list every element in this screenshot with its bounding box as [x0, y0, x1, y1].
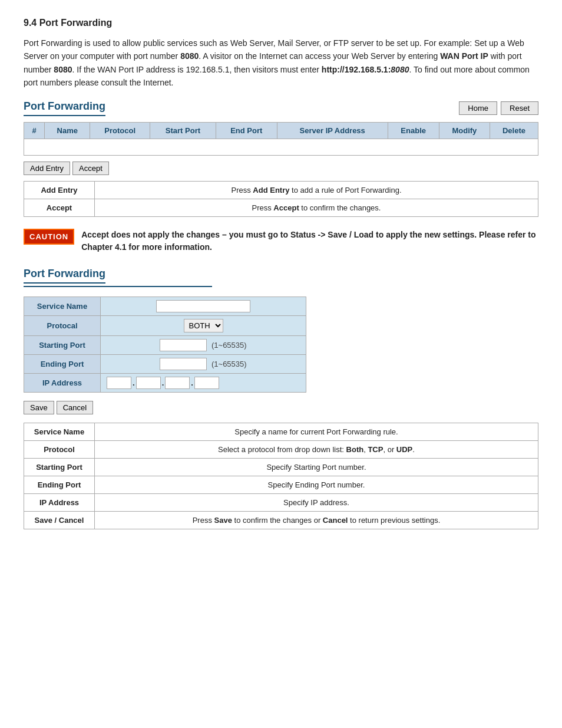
header-buttons: Home Reset: [459, 101, 538, 115]
port-forwarding-form: Service Name Protocal BOTH TCP UDP Start…: [24, 297, 538, 393]
desc2-label-ip-address: IP Address: [24, 493, 95, 511]
desc-label-add-entry: Add Entry: [24, 181, 95, 199]
intro-paragraph: Port Forwarding is used to allow public …: [24, 37, 538, 90]
desc-table-2: Service Name Specify a name for current …: [24, 423, 538, 529]
ip-octet-4[interactable]: [194, 377, 219, 389]
bold-url: http://192.168.5.1:8080: [322, 65, 409, 74]
reset-button[interactable]: Reset: [501, 101, 538, 115]
service-name-input[interactable]: [156, 300, 250, 312]
desc-table-1: Add Entry Press Add Entry to add a rule …: [24, 181, 538, 217]
desc-row-add-entry: Add Entry Press Add Entry to add a rule …: [24, 181, 538, 199]
caution-text: Accept does not apply the changes – you …: [81, 229, 538, 253]
col-server-ip: Server IP Address: [277, 122, 388, 139]
accept-button[interactable]: Accept: [72, 162, 109, 175]
ip-inputs: . . .: [107, 377, 300, 389]
port-forwarding-panel: Port Forwarding Home Reset # Name Protoc…: [24, 100, 538, 175]
protocol-select[interactable]: BOTH TCP UDP: [184, 319, 223, 332]
save-button[interactable]: Save: [24, 401, 54, 414]
starting-port-input[interactable]: [160, 339, 207, 351]
forwarding-table: # Name Protocol Start Port End Port Serv…: [24, 122, 538, 156]
desc2-row-service-name: Service Name Specify a name for current …: [24, 423, 538, 440]
form-section-header: Port Forwarding: [24, 268, 538, 287]
col-end-port: End Port: [216, 122, 277, 139]
bold-8080-1: 8080: [180, 51, 199, 61]
desc2-value-ip-address: Specify IP address.: [95, 493, 538, 511]
form-label-ending-port: Ending Port: [24, 354, 101, 373]
col-start-port: Start Port: [150, 122, 216, 139]
section-title: 9.4 Port Forwarding: [24, 18, 538, 28]
desc2-row-protocol: Protocol Select a protocol from drop dow…: [24, 440, 538, 458]
desc2-value-ending-port: Specify Ending Port number.: [95, 476, 538, 493]
desc2-value-starting-port: Specify Starting Port number.: [95, 458, 538, 476]
form-cell-protocol: BOTH TCP UDP: [101, 315, 306, 335]
action-buttons: Add Entry Accept: [24, 162, 538, 175]
bold-wan: WAN Port IP: [440, 51, 488, 61]
form-cell-ending-port: (1~65535): [101, 354, 306, 373]
desc2-row-starting-port: Starting Port Specify Starting Port numb…: [24, 458, 538, 476]
ip-octet-3[interactable]: [165, 377, 190, 389]
desc2-label-service-name: Service Name: [24, 423, 95, 440]
ending-port-input[interactable]: [160, 358, 207, 370]
form-label-ip-address: IP Address: [24, 373, 101, 392]
form-row-ip-address: IP Address . . .: [24, 373, 306, 392]
caution-badge: CAUTION: [24, 229, 74, 245]
intro-text-4: . If the WAN Port IP address is 192.168.…: [72, 65, 322, 74]
col-delete: Delete: [490, 122, 538, 139]
desc2-label-protocol: Protocol: [24, 440, 95, 458]
intro-text-2: . A visitor on the Internet can access y…: [199, 51, 440, 61]
ip-octet-1[interactable]: [107, 377, 131, 389]
desc2-value-service-name: Specify a name for current Port Forwardi…: [95, 423, 538, 440]
bold-8080-2: 8080: [54, 65, 72, 74]
desc2-value-save-cancel: Press Save to confirm the changes or Can…: [95, 511, 538, 529]
form-label-service-name: Service Name: [24, 297, 101, 315]
col-modify: Modify: [439, 122, 490, 139]
desc2-label-save-cancel: Save / Cancel: [24, 511, 95, 529]
desc2-label-ending-port: Ending Port: [24, 476, 95, 493]
form-row-starting-port: Starting Port (1~65535): [24, 335, 306, 354]
form-label-starting-port: Starting Port: [24, 335, 101, 354]
desc2-label-starting-port: Starting Port: [24, 458, 95, 476]
col-hash: #: [24, 122, 45, 139]
panel-title: Port Forwarding: [24, 100, 105, 116]
form-row-service-name: Service Name: [24, 297, 306, 315]
desc2-row-ip-address: IP Address Specify IP address.: [24, 493, 538, 511]
home-button[interactable]: Home: [459, 101, 497, 115]
save-cancel-row: Save Cancel: [24, 401, 538, 414]
form-cell-ip-address: . . .: [101, 373, 306, 392]
ip-dot-2: .: [162, 378, 164, 387]
form-cell-service-name: [101, 297, 306, 315]
ip-octet-2[interactable]: [136, 377, 161, 389]
desc2-row-ending-port: Ending Port Specify Ending Port number.: [24, 476, 538, 493]
ip-dot-1: .: [133, 378, 135, 387]
desc2-value-protocol: Select a protocol from drop down list: B…: [95, 440, 538, 458]
col-protocol: Protocol: [90, 122, 150, 139]
desc-value-add-entry: Press Add Entry to add a rule of Port Fo…: [95, 181, 538, 199]
cancel-button[interactable]: Cancel: [57, 401, 93, 414]
ending-port-hint: (1~65535): [211, 360, 247, 368]
starting-port-hint: (1~65535): [211, 341, 247, 350]
form-cell-starting-port: (1~65535): [101, 335, 306, 354]
form-section-title: Port Forwarding: [24, 268, 105, 284]
form-row-protocol: Protocal BOTH TCP UDP: [24, 315, 306, 335]
desc-label-accept: Accept: [24, 199, 95, 216]
form-label-protocol: Protocal: [24, 315, 101, 335]
empty-row: [24, 139, 538, 155]
forwarding-table-container: # Name Protocol Start Port End Port Serv…: [24, 122, 538, 156]
add-entry-button[interactable]: Add Entry: [24, 162, 70, 175]
col-name: Name: [45, 122, 90, 139]
col-enable: Enable: [388, 122, 439, 139]
ip-dot-3: .: [191, 378, 193, 387]
desc-value-accept: Press Accept to confirm the changes.: [95, 199, 538, 216]
desc-row-accept: Accept Press Accept to confirm the chang…: [24, 199, 538, 216]
desc2-row-save-cancel: Save / Cancel Press Save to confirm the …: [24, 511, 538, 529]
form-row-ending-port: Ending Port (1~65535): [24, 354, 306, 373]
caution-block: CAUTION Accept does not apply the change…: [24, 229, 538, 253]
form-table: Service Name Protocal BOTH TCP UDP Start…: [24, 297, 306, 393]
